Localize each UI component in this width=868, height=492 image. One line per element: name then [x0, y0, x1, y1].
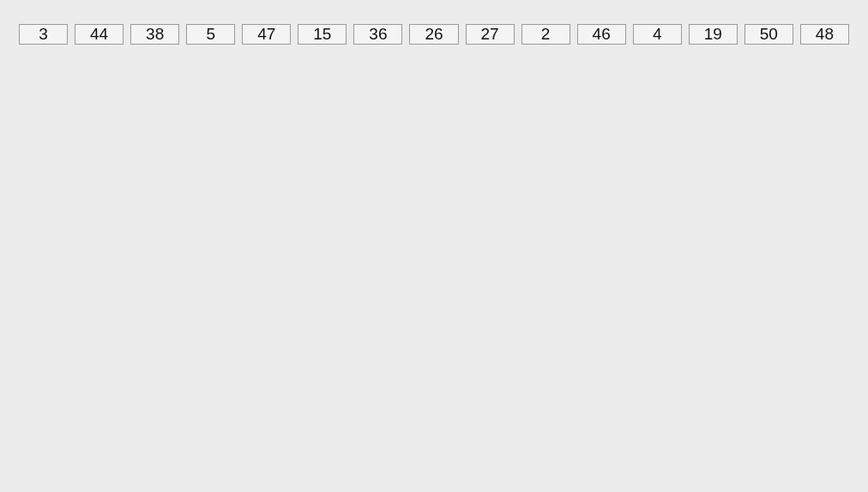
number-cell[interactable]: 44	[75, 24, 124, 45]
number-cell[interactable]: 15	[298, 24, 347, 45]
number-row: 3 44 38 5 47 15 36 26 27 2 46 4 19 50 48	[0, 0, 868, 45]
number-cell[interactable]: 46	[577, 24, 626, 45]
number-cell[interactable]: 26	[409, 24, 458, 45]
number-cell[interactable]: 38	[130, 24, 179, 45]
number-cell[interactable]: 47	[242, 24, 291, 45]
number-cell[interactable]: 2	[521, 24, 570, 45]
number-cell[interactable]: 4	[633, 24, 682, 45]
number-cell[interactable]: 19	[689, 24, 738, 45]
number-cell[interactable]: 27	[466, 24, 515, 45]
number-cell[interactable]: 48	[800, 24, 849, 45]
number-cell[interactable]: 36	[353, 24, 402, 45]
number-cell[interactable]: 5	[186, 24, 235, 45]
number-cell[interactable]: 50	[744, 24, 793, 45]
number-cell[interactable]: 3	[19, 24, 68, 45]
